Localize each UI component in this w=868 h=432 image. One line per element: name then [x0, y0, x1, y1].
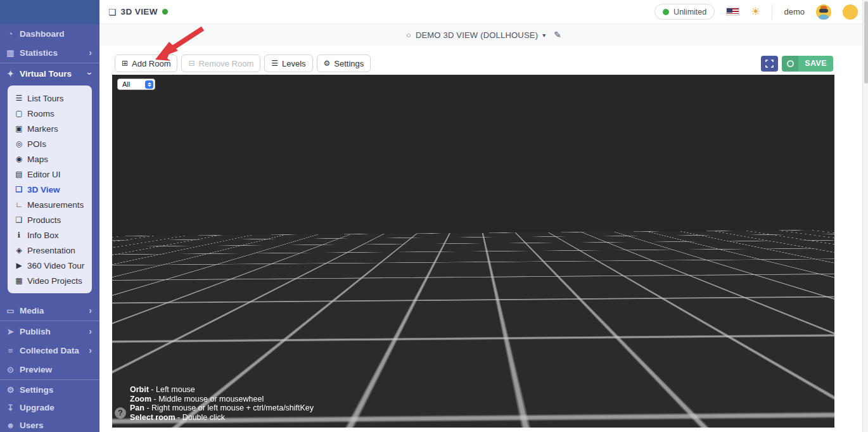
levels-button[interactable]: ☰ Levels	[264, 54, 312, 72]
layers-icon: ☰	[271, 59, 278, 68]
submenu-item-presentation[interactable]: ◈ Presentation	[8, 243, 92, 258]
button-label: Levels	[282, 59, 306, 68]
plan-status-dot	[663, 9, 669, 15]
sidebar-item-virtual-tours[interactable]: ✦ Virtual Tours ›	[0, 64, 99, 83]
submenu-item-label: 360 Video Tour	[27, 261, 84, 270]
sidebar-item-settings[interactable]: ⚙ Settings	[0, 381, 99, 398]
save-label: SAVE	[798, 59, 833, 68]
tour-selector-bar: ○ DEMO 3D VIEW (DOLLHOUSE) ▾ ✎	[99, 24, 868, 46]
tour-selector[interactable]: DEMO 3D VIEW (DOLLHOUSE)	[416, 30, 538, 40]
submenu-item-video-projects[interactable]: ▦ Video Projects	[8, 273, 92, 288]
chevron-right-icon: ›	[89, 48, 92, 58]
sidebar-item-publish[interactable]: ➤ Publish ›	[0, 322, 99, 341]
sidebar-item-label: Upgrade	[20, 403, 54, 412]
main-area: ❏ 3D VIEW Unlimited ☀ demo ○	[99, 0, 868, 432]
info-icon: ℹ	[14, 231, 24, 239]
help-question-icon[interactable]: ?	[115, 407, 126, 419]
fullscreen-button[interactable]	[761, 56, 778, 72]
3d-viewport[interactable]: All ? Orbit - Left mouse Zoom - Middle m…	[112, 75, 834, 428]
select-stepper-icon	[145, 80, 153, 89]
sidebar-item-users[interactable]: ☻ Users	[0, 416, 99, 432]
tour-status-circle-icon: ○	[406, 30, 411, 40]
level-filter-select[interactable]: All	[117, 79, 155, 90]
submenu-item-info-box[interactable]: ℹ Info Box	[8, 227, 92, 243]
submenu-item-label: Video Projects	[27, 276, 82, 286]
sidebar-item-preview[interactable]: ⊙ Preview	[0, 360, 99, 379]
vertical-scrollbar[interactable]	[862, 0, 868, 432]
submenu-item-3d-view[interactable]: ❏ 3D View	[8, 182, 92, 197]
help-line-select-room: Select room - Double click	[130, 413, 314, 422]
scrollbar-thumb[interactable]	[864, 1, 868, 84]
sidebar-item-collected-data[interactable]: ≡ Collected Data ›	[0, 341, 99, 360]
submenu-item-label: POIs	[27, 139, 46, 149]
gauge-icon: ◔	[5, 29, 16, 39]
sidebar: ◔ Dashboard ▥ Statistics › ✦ Virtual Tou…	[0, 0, 99, 432]
divider	[772, 4, 772, 20]
submenu-item-maps[interactable]: ◉ Maps	[8, 151, 92, 167]
top-bar: ❏ 3D VIEW Unlimited ☀ demo	[99, 0, 868, 24]
ruler-icon: ∟	[14, 200, 24, 209]
chevron-down-icon[interactable]: ▾	[542, 32, 546, 39]
target-icon: ◎	[14, 139, 24, 148]
chevron-right-icon: ›	[89, 305, 92, 315]
submenu-item-label: Editor UI	[27, 170, 61, 179]
submenu-item-measurements[interactable]: ∟ Measurements	[8, 197, 92, 212]
divider	[0, 379, 99, 380]
sidebar-item-label: Collected Data	[20, 346, 79, 355]
plus-square-icon: ⊞	[122, 59, 128, 68]
toolbar: ⊞ Add Room ⊟ Remove Room ☰ Levels ⚙ Sett…	[115, 54, 833, 72]
gear-icon: ⚙	[324, 59, 331, 68]
submenu-item-360-video-tour[interactable]: ▶ 360 Video Tour	[8, 258, 92, 273]
display-icon: ▭	[5, 306, 16, 315]
sidebar-item-label: Preview	[20, 365, 52, 374]
plan-label: Unlimited	[673, 8, 706, 16]
submenu-item-pois[interactable]: ◎ POIs	[8, 136, 92, 151]
floor-grid	[112, 164, 834, 238]
tours-icon: ✦	[5, 69, 16, 79]
remove-room-button[interactable]: ⊟ Remove Room	[181, 54, 260, 72]
presentation-icon: ◈	[14, 246, 24, 255]
users-icon: ☻	[5, 421, 16, 430]
settings-button[interactable]: ⚙ Settings	[317, 54, 371, 72]
submenu-item-label: Info Box	[27, 231, 59, 240]
language-flag-icon[interactable]	[726, 8, 739, 16]
sidebar-item-label: Statistics	[20, 48, 58, 58]
sidebar-item-upgrade[interactable]: ↧ Upgrade	[0, 398, 99, 416]
sidebar-item-media[interactable]: ▭ Media ›	[0, 301, 99, 320]
add-room-button[interactable]: ⊞ Add Room	[115, 54, 177, 72]
sidebar-item-label: Dashboard	[20, 29, 65, 39]
username-label: demo	[784, 7, 805, 16]
sidebar-item-label: Media	[20, 306, 44, 315]
submenu-item-label: List Tours	[27, 94, 64, 103]
virtual-tours-submenu: ☰ List Tours ▢ Rooms ▣ Markers ◎ POIs ◉ …	[8, 86, 92, 293]
sidebar-item-statistics[interactable]: ▥ Statistics ›	[0, 43, 99, 62]
user-avatar[interactable]	[816, 4, 831, 20]
submenu-item-label: Presentation	[27, 246, 75, 255]
submenu-item-rooms[interactable]: ▢ Rooms	[8, 106, 92, 121]
sidebar-item-label: Virtual Tours	[20, 69, 72, 79]
map-pins-icon: ◉	[14, 155, 24, 163]
controls-help-overlay: ? Orbit - Left mouse Zoom - Middle mouse…	[115, 385, 314, 422]
help-line-orbit: Orbit - Left mouse	[130, 385, 314, 395]
edit-tour-icon[interactable]: ✎	[554, 30, 561, 40]
submenu-item-label: Products	[27, 215, 61, 225]
sidebar-item-label: Publish	[20, 327, 51, 336]
stack-icon: ≡	[5, 346, 16, 355]
submenu-item-label: Rooms	[27, 109, 54, 118]
plan-badge[interactable]: Unlimited	[654, 4, 715, 20]
list-icon: ☰	[14, 94, 24, 103]
submenu-item-list-tours[interactable]: ☰ List Tours	[8, 91, 92, 106]
theme-sun-icon[interactable]: ☀	[751, 5, 760, 18]
chevron-down-icon: ›	[86, 72, 96, 75]
submenu-item-editor-ui[interactable]: ▤ Editor UI	[8, 167, 92, 182]
secondary-avatar[interactable]	[843, 4, 858, 20]
help-line-zoom: Zoom - Middle mouse or mousewheel	[130, 395, 314, 404]
submenu-item-products[interactable]: ❑ Products	[8, 212, 92, 227]
help-line-pan: Pan - Right mouse or left mouse + ctrl/m…	[130, 403, 314, 413]
sidebar-item-dashboard[interactable]: ◔ Dashboard	[0, 24, 99, 43]
submenu-item-markers[interactable]: ▣ Markers	[8, 121, 92, 136]
save-button[interactable]: SAVE	[782, 56, 833, 72]
download-icon: ↧	[5, 403, 16, 412]
gears-icon: ⚙	[5, 385, 16, 395]
page-title: 3D VIEW	[121, 7, 158, 16]
